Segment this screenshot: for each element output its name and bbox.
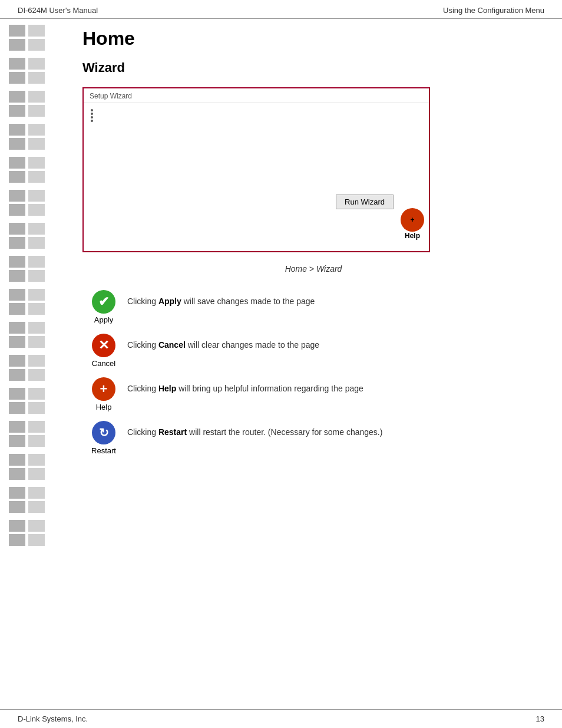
- legend-item-restart: ↻ Restart Clicking Restart will restart …: [88, 421, 544, 455]
- restart-label: Restart: [91, 446, 116, 455]
- dot: [91, 116, 93, 118]
- sidebar-block: [28, 91, 45, 103]
- sidebar-block: [28, 336, 45, 348]
- sidebar-block: [28, 39, 45, 51]
- sidebar-block: [28, 105, 45, 117]
- restart-icon-wrap: ↻ Restart: [88, 421, 119, 455]
- sidebar-block: [9, 72, 25, 84]
- sidebar-block: [9, 124, 25, 136]
- legend-item-cancel: ✕ Cancel Clicking Cancel will clear chan…: [88, 334, 544, 368]
- sidebar-block: [28, 171, 45, 183]
- plus-icon: +: [410, 216, 414, 224]
- dot: [91, 120, 93, 122]
- sidebar-block: [9, 355, 25, 367]
- sidebar-block: [28, 520, 45, 532]
- wizard-box-title: Setup Wizard: [84, 88, 429, 103]
- sidebar-block: [9, 388, 25, 400]
- sidebar-block: [9, 256, 25, 268]
- cancel-description: Clicking Cancel will clear changes made …: [127, 334, 319, 351]
- sidebar-block: [28, 157, 45, 169]
- sidebar-block: [9, 322, 25, 334]
- x-icon: ✕: [98, 338, 109, 353]
- sidebar-block: [28, 72, 45, 84]
- run-wizard-button[interactable]: Run Wizard: [336, 195, 394, 209]
- help-icon-wrap: + Help: [88, 377, 119, 411]
- sidebar-block: [9, 534, 25, 546]
- sidebar-block: [28, 204, 45, 216]
- legend-item-help: + Help Clicking Help will bring up helpf…: [88, 377, 544, 411]
- legend-item-apply: ✔ Apply Clicking Apply will save changes…: [88, 290, 544, 324]
- wizard-box-body: Run Wizard + Help: [84, 103, 429, 245]
- help-icon: +: [92, 377, 115, 401]
- sidebar-block: [28, 223, 45, 235]
- sidebar-block: [28, 355, 45, 367]
- sidebar-block: [9, 303, 25, 315]
- sidebar-block: [9, 336, 25, 348]
- restart-arrow-icon: ↻: [99, 426, 109, 440]
- cancel-icon-wrap: ✕ Cancel: [88, 334, 119, 368]
- sidebar-block: [9, 421, 25, 433]
- sidebar-block: [28, 534, 45, 546]
- help-corner-icon: +: [401, 208, 424, 232]
- sidebar-blocks: [9, 25, 68, 548]
- wizard-box: Setup Wizard Run Wizard + Help: [82, 87, 430, 252]
- apply-icon: ✔: [92, 290, 115, 314]
- breadcrumb: Home > Wizard: [82, 264, 544, 274]
- sidebar-block: [9, 501, 25, 513]
- page-title: Home: [82, 28, 544, 50]
- sidebar-block: [9, 223, 25, 235]
- sidebar-block: [9, 270, 25, 282]
- dot: [91, 113, 93, 115]
- dot: [91, 109, 93, 111]
- sidebar-block: [28, 303, 45, 315]
- checkmark-icon: ✔: [98, 294, 109, 309]
- sidebar-block: [28, 58, 45, 70]
- sidebar-block: [28, 256, 45, 268]
- page-header: DI-624M User's Manual Using the Configur…: [0, 0, 562, 19]
- footer-page-number: 13: [536, 714, 544, 723]
- sidebar-block: [28, 454, 45, 466]
- apply-label: Apply: [94, 315, 114, 324]
- sidebar-block: [9, 204, 25, 216]
- help-corner-button[interactable]: + Help: [401, 208, 424, 240]
- sidebar-block: [28, 270, 45, 282]
- sidebar-block: [9, 487, 25, 499]
- legend-section: ✔ Apply Clicking Apply will save changes…: [88, 290, 544, 455]
- sidebar-block: [28, 402, 45, 414]
- sidebar-block: [9, 402, 25, 414]
- sidebar-block: [28, 138, 45, 150]
- sidebar-block: [9, 91, 25, 103]
- sidebar-block: [9, 468, 25, 480]
- sidebar-block: [9, 435, 25, 447]
- section-title: Wizard: [82, 60, 544, 75]
- cancel-icon: ✕: [92, 334, 115, 357]
- apply-description: Clicking Apply will save changes made to…: [127, 290, 315, 308]
- sidebar-block: [9, 520, 25, 532]
- manual-title: DI-624M User's Manual: [18, 6, 98, 15]
- apply-icon-wrap: ✔ Apply: [88, 290, 119, 324]
- sidebar-block: [28, 190, 45, 202]
- sidebar-block: [28, 237, 45, 249]
- sidebar-block: [9, 289, 25, 301]
- sidebar-block: [9, 190, 25, 202]
- help-description: Clicking Help will bring up helpful info…: [127, 377, 363, 395]
- chapter-title: Using the Configuration Menu: [443, 6, 544, 15]
- sidebar-block: [9, 237, 25, 249]
- help-label: Help: [96, 403, 112, 411]
- sidebar-block: [28, 124, 45, 136]
- sidebar-block: [9, 138, 25, 150]
- sidebar-block: [28, 25, 45, 37]
- sidebar-block: [9, 369, 25, 381]
- main-layout: Home Wizard Setup Wizard Run Wizard + He…: [0, 19, 562, 548]
- sidebar-block: [28, 435, 45, 447]
- sidebar-block: [9, 105, 25, 117]
- sidebar-block: [28, 388, 45, 400]
- sidebar-block: [9, 454, 25, 466]
- sidebar-block: [28, 322, 45, 334]
- restart-description: Clicking Restart will restart the router…: [127, 421, 382, 439]
- sidebar-block: [28, 487, 45, 499]
- sidebar-block: [9, 58, 25, 70]
- sidebar-block: [28, 501, 45, 513]
- sidebar-block: [9, 39, 25, 51]
- sidebar-block: [28, 289, 45, 301]
